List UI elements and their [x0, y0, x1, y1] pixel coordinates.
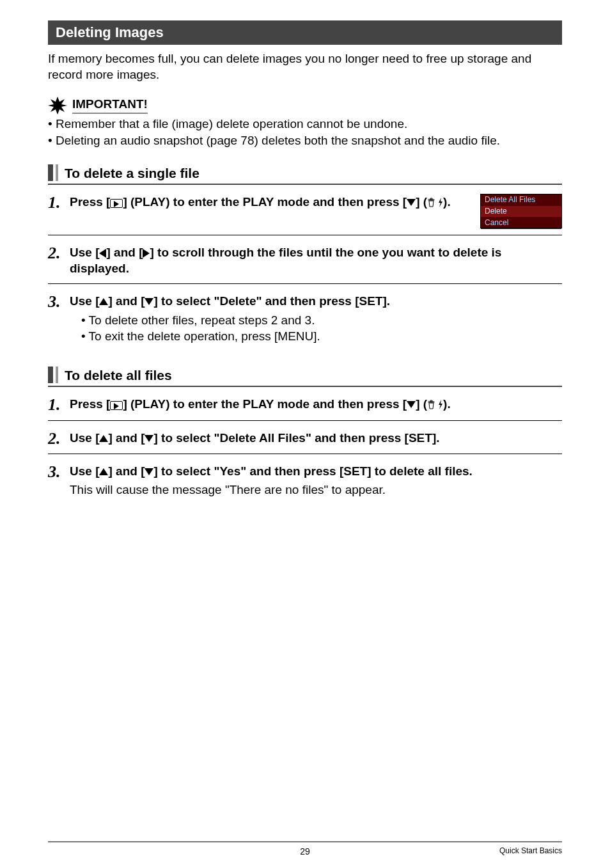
text: ] and [ [108, 464, 145, 478]
menu-opt-cancel: Cancel [481, 217, 561, 229]
page-number: 29 [48, 846, 562, 856]
step-number: 3. [48, 463, 70, 480]
all-step-3: 3. Use [] and [] to select "Yes" and the… [48, 463, 562, 505]
subheader-all: To delete all files [48, 367, 562, 387]
footer-section-label: Quick Start Basics [499, 846, 562, 855]
play-icon [110, 397, 123, 414]
delete-menu-screenshot: Delete All Files Delete Cancel [480, 194, 562, 228]
subheader-single: To delete a single file [48, 164, 562, 185]
up-arrow-icon [99, 298, 108, 305]
step3-note-2: To exit the delete operation, press [MEN… [81, 328, 562, 345]
text: ] (PLAY) to enter the PLAY mode and then… [123, 195, 407, 209]
burst-icon [48, 97, 67, 114]
down-arrow-icon [145, 468, 153, 475]
text: ] ( [416, 195, 427, 209]
up-arrow-icon [99, 435, 108, 442]
text: ] and [ [106, 246, 143, 259]
step-number: 2. [48, 430, 70, 447]
down-arrow-icon [407, 199, 416, 206]
step-body: Press [] (PLAY) to enter the PLAY mode a… [70, 194, 469, 212]
step-body: Press [] (PLAY) to enter the PLAY mode a… [70, 396, 562, 414]
step3-note: This will cause the message "There are n… [70, 482, 562, 498]
step-body: Use [] and [] to select "Yes" and then p… [70, 463, 562, 498]
down-arrow-icon [145, 298, 153, 305]
text: Use [ [70, 246, 99, 259]
text: ] to select "Delete" and then press [SET… [153, 294, 390, 308]
intro-text: If memory becomes full, you can delete i… [48, 51, 562, 83]
play-icon [110, 195, 123, 212]
text: Press [ [70, 397, 110, 411]
single-step-1: 1. Press [] (PLAY) to enter the PLAY mod… [48, 194, 562, 235]
text: ). [443, 195, 451, 209]
step-number: 1. [48, 396, 70, 413]
all-step-1: 1. Press [] (PLAY) to enter the PLAY mod… [48, 396, 562, 421]
text: Use [ [70, 464, 99, 478]
text: Press [ [70, 195, 110, 209]
trash-flash-icon [427, 198, 443, 207]
svg-marker-0 [48, 97, 67, 114]
text: ] to select "Yes" and then press [SET] t… [153, 464, 472, 478]
text: Use [ [70, 431, 99, 445]
text: ). [443, 397, 451, 411]
single-step-3: 3. Use [] and [] to select "Delete" and … [48, 293, 562, 351]
important-bullet-2: Deleting an audio snapshot (page 78) del… [48, 132, 562, 149]
menu-opt-delete: Delete [481, 206, 561, 217]
text: ] (PLAY) to enter the PLAY mode and then… [123, 397, 407, 411]
subheader-single-text: To delete a single file [65, 164, 199, 181]
subheader-all-text: To delete all files [65, 367, 172, 383]
text: ] to select "Delete All Files" and then … [153, 431, 439, 445]
menu-opt-all: Delete All Files [481, 194, 561, 206]
page-footer: 29 Quick Start Basics [48, 841, 562, 856]
step-body: Use [] and [] to select "Delete" and the… [70, 293, 562, 345]
section-header: Deleting Images [48, 20, 562, 45]
right-arrow-icon [143, 249, 150, 258]
down-arrow-icon [407, 401, 416, 408]
step-body: Use [] and [] to scroll through the file… [70, 244, 562, 277]
important-label: IMPORTANT! [72, 97, 148, 114]
single-step-2: 2. Use [] and [] to scroll through the f… [48, 244, 562, 284]
left-arrow-icon [99, 249, 106, 258]
all-step-2: 2. Use [] and [] to select "Delete All F… [48, 430, 562, 454]
text: ] ( [416, 397, 427, 411]
step-body: Use [] and [] to select "Delete All File… [70, 430, 562, 446]
step3-note-1: To delete other files, repeat steps 2 an… [81, 312, 562, 329]
important-bullets: Remember that a file (image) delete oper… [48, 116, 562, 148]
up-arrow-icon [99, 468, 108, 475]
text: ] and [ [108, 431, 145, 445]
important-bullet-1: Remember that a file (image) delete oper… [48, 116, 562, 132]
trash-flash-icon [427, 400, 443, 409]
text: ] and [ [108, 294, 145, 308]
down-arrow-icon [145, 435, 153, 442]
text: Use [ [70, 294, 99, 308]
step-number: 2. [48, 244, 70, 262]
step-number: 1. [48, 194, 70, 211]
important-header: IMPORTANT! [48, 97, 562, 114]
step-number: 3. [48, 293, 70, 310]
